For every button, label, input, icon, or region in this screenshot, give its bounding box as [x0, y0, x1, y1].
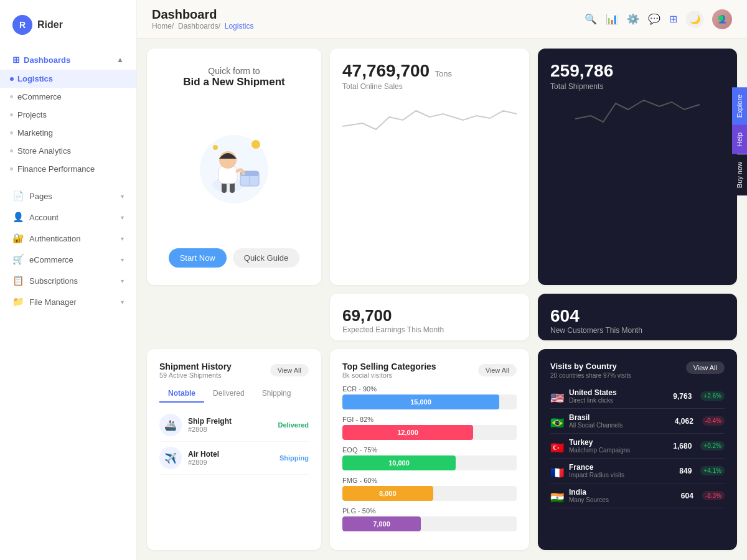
logo[interactable]: R Rider	[0, 10, 136, 47]
chevron-up-icon: ▲	[116, 55, 124, 64]
header-actions: 🔍 📊 ⚙️ 💬 ⊞ 🌙 👤	[585, 9, 732, 29]
bar-row-3: FMG - 60% 8,000	[342, 477, 517, 501]
breadcrumb: Home/ Dashboards/ Logistics	[152, 22, 253, 30]
bar-track-0: 15,000	[342, 394, 517, 409]
hero-title: Quick form to Bid a New Shipment	[183, 66, 284, 88]
sidebar-item-subscriptions[interactable]: 📋 Subscriptions ▾	[0, 270, 136, 291]
side-tab-0[interactable]: Explore	[732, 87, 747, 125]
expected-earnings-value: 69,700	[342, 306, 517, 325]
visits-view-all[interactable]: View All	[686, 362, 725, 374]
top-selling-header: Top Selling Categories 8k social visitor…	[342, 362, 517, 379]
country-flag-3: 🇫🇷	[550, 466, 564, 476]
tab-shipping[interactable]: Shipping	[253, 385, 300, 403]
bar-fill-4: 7,000	[342, 516, 421, 531]
country-row-0: 🇺🇸 United States Direct link clicks 9,76…	[550, 384, 725, 409]
sidebar-item-marketing[interactable]: Marketing	[0, 124, 136, 142]
pages-icon: 📄	[12, 190, 24, 202]
bar-label-1: FGI - 82%	[342, 416, 517, 423]
quick-guide-button[interactable]: Quick Guide	[233, 248, 300, 268]
ecommerce-icon: 🛒	[12, 254, 24, 265]
shipment-history-view-all[interactable]: View All	[270, 364, 309, 376]
total-sales-value: 47,769,700 Tons	[342, 61, 452, 81]
dashboards-header[interactable]: ⊞ Dashboards ▲	[0, 50, 136, 70]
sidebar-item-store-analytics[interactable]: Store Analytics	[0, 142, 136, 160]
shipment-row-1: 🚢 Ship Freight #2808 Delivered	[159, 409, 309, 442]
visits-title: Visits by Country	[550, 362, 631, 371]
visits-by-country-card: Visits by Country 20 countries share 97%…	[538, 349, 737, 550]
hero-card: Quick form to Bid a New Shipment	[147, 49, 321, 285]
expected-earnings-label: Expected Earnings This Month	[342, 325, 517, 334]
header-title-area: Dashboard Home/ Dashboards/ Logistics	[152, 7, 253, 30]
country-info-2: Turkey Mailchimp Campaigns	[569, 438, 668, 454]
side-tab-2[interactable]: Buy now	[732, 154, 747, 195]
sidebar: R Rider ⊞ Dashboards ▲ Logistics eCommer…	[0, 0, 137, 560]
sidebar-item-account[interactable]: 👤 Account ▾	[0, 207, 136, 228]
country-change-4: -8.3%	[702, 491, 725, 500]
country-change-3: +4.1%	[700, 466, 725, 475]
shipments-chart	[550, 91, 725, 125]
country-info-1: Brasil All Social Channels	[569, 413, 670, 429]
chevron-down-icon: ▾	[121, 235, 124, 242]
countries-list: 🇺🇸 United States Direct link clicks 9,76…	[550, 384, 725, 508]
hero-svg	[187, 129, 281, 203]
country-flag-4: 🇮🇳	[550, 491, 564, 501]
total-shipments-label: Total Shipments	[550, 82, 725, 91]
country-info-0: United States Direct link clicks	[569, 388, 668, 404]
visits-sub: 20 countries share 97% visits	[550, 372, 631, 379]
hero-buttons: Start Now Quick Guide	[169, 248, 300, 268]
search-icon[interactable]: 🔍	[585, 13, 597, 25]
tab-notable[interactable]: Notable	[159, 385, 204, 403]
main-area: Dashboard Home/ Dashboards/ Logistics 🔍 …	[137, 0, 747, 560]
country-row-2: 🇹🇷 Turkey Mailchimp Campaigns 1,680 +0.2…	[550, 434, 725, 459]
country-visits-4: 604	[681, 492, 693, 500]
bar-track-4: 7,000	[342, 516, 517, 531]
bar-track-1: 12,000	[342, 425, 517, 440]
new-customers-card: 604 New Customers This Month Today's Her…	[538, 294, 737, 340]
subscriptions-icon: 📋	[12, 275, 24, 286]
country-visits-3: 849	[679, 467, 692, 475]
todays-heroes-section: Today's Heroes A 👤 S 👤 P 👤 +42	[550, 340, 725, 340]
grid-icon[interactable]: ⊞	[669, 13, 677, 25]
ship-status-2: Shipping	[280, 454, 309, 462]
sidebar-item-ecommerce[interactable]: eCommerce	[0, 88, 136, 106]
sidebar-item-pages[interactable]: 📄 Pages ▾	[0, 185, 136, 207]
start-now-button[interactable]: Start Now	[169, 248, 227, 268]
country-flag-2: 🇹🇷	[550, 441, 564, 451]
hero-subtitle-text: Bid a New Shipment	[183, 76, 284, 88]
visits-header: Visits by Country 20 countries share 97%…	[550, 362, 725, 379]
file-manager-icon: 📁	[12, 296, 24, 307]
chevron-down-icon: ▾	[121, 299, 124, 306]
sidebar-item-file-manager[interactable]: 📁 File Manager ▾	[0, 291, 136, 312]
sidebar-item-ecommerce-top[interactable]: 🛒 eCommerce ▾	[0, 249, 136, 270]
user-avatar-wrap: 👤	[712, 9, 732, 29]
side-tab-1[interactable]: Help	[732, 125, 747, 154]
country-info-3: France Impact Radius visits	[569, 463, 674, 478]
main-grid: Quick form to Bid a New Shipment	[137, 39, 747, 560]
bar-fill-2: 10,000	[342, 455, 456, 470]
shipment-history-header: Shipment History 59 Active Shipments Vie…	[159, 362, 309, 379]
settings-icon[interactable]: ⚙️	[627, 13, 639, 25]
sidebar-item-authentication[interactable]: 🔐 Authentication ▾	[0, 228, 136, 249]
tab-delivered[interactable]: Delivered	[204, 385, 253, 403]
chat-icon[interactable]: 💬	[648, 13, 660, 25]
top-selling-view-all[interactable]: View All	[478, 364, 517, 376]
total-online-sales-card: 47,769,700 Tons Total Online Sales	[330, 49, 529, 285]
bar-row-4: PLG - 50% 7,000	[342, 507, 517, 531]
new-customers-value: 604	[550, 306, 725, 326]
sidebar-item-projects[interactable]: Projects	[0, 106, 136, 124]
heroes-title: Today's Heroes	[550, 340, 725, 340]
shipment-history-card: Shipment History 59 Active Shipments Vie…	[147, 349, 321, 550]
sidebar-item-logistics[interactable]: Logistics	[0, 70, 136, 88]
bar-label-4: PLG - 50%	[342, 507, 517, 515]
header: Dashboard Home/ Dashboards/ Logistics 🔍 …	[137, 0, 747, 39]
sidebar-item-finance-performance[interactable]: Finance Performance	[0, 160, 136, 178]
shipment-row-2: ✈️ Air Hotel #2809 Shipping	[159, 442, 309, 475]
bar-fill-1: 12,000	[342, 425, 473, 440]
svg-point-2	[213, 145, 218, 150]
dashboards-section: ⊞ Dashboards ▲ Logistics eCommerce Proje…	[0, 47, 136, 180]
online-indicator	[718, 16, 723, 21]
chart-icon[interactable]: 📊	[606, 13, 618, 25]
dark-mode-toggle[interactable]: 🌙	[686, 11, 703, 28]
logo-circle: R	[12, 15, 32, 35]
bar-row-1: FGI - 82% 12,000	[342, 416, 517, 440]
